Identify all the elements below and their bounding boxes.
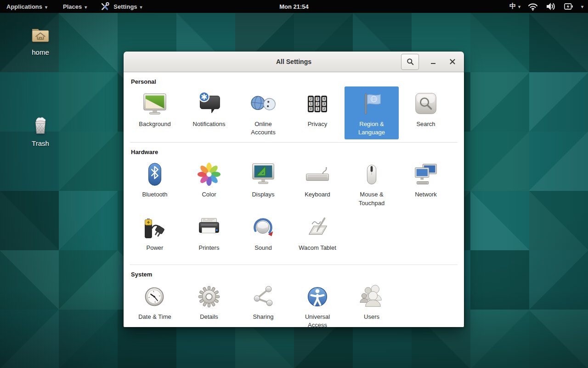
network-icon: [412, 160, 440, 189]
titlebar-controls: [401, 52, 458, 72]
wallpaper-tile: [59, 310, 118, 368]
tile-background[interactable]: Background: [128, 86, 182, 139]
tile-wacom-tablet[interactable]: Wacom Tablet: [290, 210, 345, 262]
tile-notifications[interactable]: Notifications: [182, 86, 236, 139]
tile-label: Printers: [199, 244, 220, 252]
status-area: 中 ▾ ▾: [509, 0, 583, 13]
chevron-down-icon: ▾: [518, 4, 520, 9]
tile-label: Sharing: [253, 313, 274, 321]
chevron-down-icon: ▾: [85, 5, 87, 10]
tile-region-language[interactable]: Region & Language: [345, 86, 399, 139]
desktop-icon-label: Trash: [32, 139, 49, 147]
settings-window: All Settings PersonalBackgroundNotificat…: [124, 52, 464, 327]
desktop-icon-label: home: [32, 48, 49, 56]
section-header-hardware: Hardware: [131, 149, 460, 155]
volume-icon[interactable]: [545, 2, 556, 11]
settings-appmenu[interactable]: Settings ▾: [95, 0, 147, 13]
wallpaper-tile: [529, 250, 588, 310]
mouse-icon: [357, 160, 386, 189]
wacom-icon: [303, 213, 332, 242]
tile-label: Users: [364, 313, 379, 321]
tile-date-time[interactable]: Date & Time: [128, 279, 182, 327]
tile-grid-system: Date & TimeDetailsSharingUniversal Acces…: [128, 279, 460, 327]
notifications-icon: [195, 90, 223, 118]
chevron-down-icon: ▾: [140, 5, 142, 10]
settings-appmenu-label: Settings: [113, 3, 137, 10]
tile-displays[interactable]: Displays: [236, 157, 290, 210]
region-language-icon: [357, 90, 386, 118]
input-method-indicator[interactable]: 中 ▾: [509, 2, 520, 11]
chevron-down-icon: ▾: [45, 5, 47, 10]
keyboard-icon: [303, 160, 332, 189]
wallpaper-tile: [470, 132, 529, 191]
search-button[interactable]: [401, 54, 419, 70]
tile-search[interactable]: Search: [399, 86, 453, 139]
minimize-icon: [430, 58, 436, 65]
applications-menu[interactable]: Applications ▾: [2, 0, 52, 13]
wallpaper-tile: [59, 72, 118, 132]
desktop-icon-home[interactable]: home: [18, 23, 62, 56]
tile-mouse-touchpad[interactable]: Mouse & Touchpad: [345, 157, 399, 210]
power-icon: [141, 213, 169, 242]
wallpaper-tile: [470, 13, 529, 72]
wallpaper-tile: [529, 13, 588, 72]
wallpaper-tile: [0, 191, 59, 250]
tile-label: Mouse & Touchpad: [351, 190, 393, 207]
tile-sharing[interactable]: Sharing: [236, 279, 290, 327]
wallpaper-tile: [59, 13, 118, 72]
section-header-system: System: [131, 271, 460, 278]
bluetooth-icon: [141, 160, 169, 189]
wallpaper-tile: [0, 250, 59, 310]
section-separator: [130, 264, 458, 265]
tile-keyboard[interactable]: Keyboard: [290, 157, 345, 210]
tile-sound[interactable]: Sound: [236, 210, 290, 262]
tile-label: Power: [147, 244, 164, 252]
tile-color[interactable]: Color: [182, 157, 236, 210]
desktop[interactable]: homeTrash All Settings PersonalBackgro: [0, 13, 588, 368]
tile-label: Privacy: [308, 120, 328, 128]
tile-bluetooth[interactable]: Bluetooth: [128, 157, 182, 210]
wallpaper-tile: [470, 72, 529, 132]
sound-icon: [249, 213, 277, 242]
tile-users[interactable]: Users: [345, 279, 399, 327]
tile-privacy[interactable]: Privacy: [290, 86, 345, 139]
tile-label: Wacom Tablet: [299, 244, 336, 252]
wallpaper-tile: [470, 191, 529, 250]
tile-label: Displays: [252, 190, 274, 199]
displays-icon: [249, 160, 277, 189]
tile-network[interactable]: Network: [399, 157, 453, 210]
tile-label: Date & Time: [138, 313, 171, 321]
wifi-icon[interactable]: [527, 2, 538, 11]
trash-icon: [28, 114, 52, 138]
titlebar[interactable]: All Settings: [124, 52, 464, 72]
tile-power[interactable]: Power: [128, 210, 182, 262]
close-icon: [449, 58, 456, 65]
search-tile-icon: [412, 90, 440, 118]
sharing-icon: [249, 282, 277, 311]
tile-label: Search: [416, 120, 435, 128]
top-panel: Applications ▾ Places ▾ Settings ▾ Mon 2…: [0, 0, 588, 13]
applications-menu-label: Applications: [6, 3, 42, 10]
minimize-button[interactable]: [428, 55, 438, 69]
section-separator: [130, 142, 458, 143]
wallpaper-tile: [470, 310, 529, 368]
screen: Applications ▾ Places ▾ Settings ▾ Mon 2…: [0, 0, 588, 368]
tile-label: Keyboard: [305, 190, 330, 199]
tile-label: Color: [202, 190, 216, 199]
tile-universal-access[interactable]: Universal Access: [290, 279, 345, 327]
tile-printers[interactable]: Printers: [182, 210, 236, 262]
places-menu-label: Places: [63, 3, 82, 10]
places-menu[interactable]: Places ▾: [58, 0, 91, 13]
universal-access-icon: [303, 282, 332, 311]
tile-label: Details: [200, 313, 218, 321]
tile-details[interactable]: Details: [182, 279, 236, 327]
desktop-icon-trash[interactable]: Trash: [18, 114, 62, 147]
color-icon: [195, 160, 223, 189]
battery-icon[interactable]: [563, 2, 574, 11]
chevron-down-icon[interactable]: ▾: [581, 4, 583, 9]
close-button[interactable]: [447, 55, 458, 69]
tile-grid-personal: BackgroundNotificationsOnline AccountsPr…: [128, 86, 460, 139]
background-icon: [141, 90, 169, 118]
input-method-label: 中: [509, 2, 516, 11]
tile-online-accounts[interactable]: Online Accounts: [236, 86, 290, 139]
